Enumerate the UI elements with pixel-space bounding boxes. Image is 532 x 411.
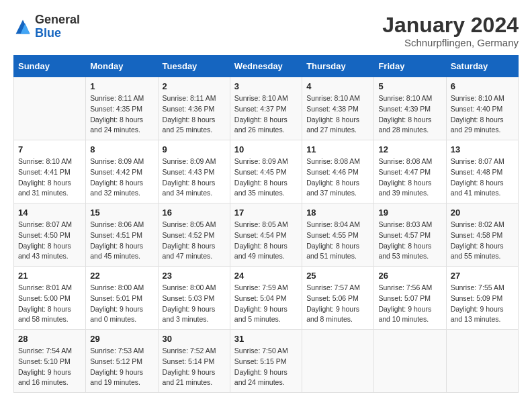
calendar-cell xyxy=(14,77,86,140)
day-number: 5 xyxy=(378,81,441,91)
day-info: Sunrise: 7:54 AMSunset: 5:10 PMDaylight:… xyxy=(18,346,81,388)
calendar-week-0: 1Sunrise: 8:11 AMSunset: 4:35 PMDaylight… xyxy=(14,77,519,140)
day-info: Sunrise: 7:53 AMSunset: 5:12 PMDaylight:… xyxy=(90,346,153,388)
day-info: Sunrise: 8:02 AMSunset: 4:58 PMDaylight:… xyxy=(451,220,514,262)
day-number: 12 xyxy=(378,144,441,154)
day-header-tuesday: Tuesday xyxy=(158,56,230,77)
day-number: 22 xyxy=(90,271,153,281)
calendar-cell: 3Sunrise: 8:10 AMSunset: 4:37 PMDaylight… xyxy=(230,77,302,140)
day-number: 4 xyxy=(306,81,369,91)
day-number: 23 xyxy=(163,271,226,281)
calendar-cell: 22Sunrise: 8:00 AMSunset: 5:01 PMDayligh… xyxy=(86,267,158,330)
day-info: Sunrise: 7:52 AMSunset: 5:14 PMDaylight:… xyxy=(163,346,226,388)
day-info: Sunrise: 8:00 AMSunset: 5:03 PMDaylight:… xyxy=(163,283,226,325)
day-number: 27 xyxy=(451,271,514,281)
month-title: January 2024 xyxy=(382,13,519,37)
calendar-cell: 26Sunrise: 7:56 AMSunset: 5:07 PMDayligh… xyxy=(374,267,446,330)
calendar-cell: 12Sunrise: 8:08 AMSunset: 4:47 PMDayligh… xyxy=(374,140,446,203)
calendar-cell: 13Sunrise: 8:07 AMSunset: 4:48 PMDayligh… xyxy=(446,140,518,203)
day-info: Sunrise: 7:50 AMSunset: 5:15 PMDaylight:… xyxy=(234,346,298,388)
day-number: 11 xyxy=(306,144,369,154)
day-number: 14 xyxy=(18,208,81,218)
day-info: Sunrise: 8:01 AMSunset: 5:00 PMDaylight:… xyxy=(18,283,81,325)
calendar-cell: 11Sunrise: 8:08 AMSunset: 4:46 PMDayligh… xyxy=(302,140,374,203)
day-number: 7 xyxy=(18,144,81,154)
day-info: Sunrise: 8:09 AMSunset: 4:42 PMDaylight:… xyxy=(90,156,153,199)
calendar-cell: 15Sunrise: 8:06 AMSunset: 4:51 PMDayligh… xyxy=(86,203,158,267)
calendar-cell: 30Sunrise: 7:52 AMSunset: 5:14 PMDayligh… xyxy=(158,330,230,393)
day-info: Sunrise: 7:55 AMSunset: 5:09 PMDaylight:… xyxy=(451,283,514,325)
calendar-week-4: 28Sunrise: 7:54 AMSunset: 5:10 PMDayligh… xyxy=(14,330,519,393)
day-number: 17 xyxy=(234,208,298,218)
calendar-cell: 23Sunrise: 8:00 AMSunset: 5:03 PMDayligh… xyxy=(158,267,230,330)
calendar-cell: 17Sunrise: 8:05 AMSunset: 4:54 PMDayligh… xyxy=(230,203,302,267)
calendar-table: SundayMondayTuesdayWednesdayThursdayFrid… xyxy=(13,55,519,393)
day-info: Sunrise: 8:10 AMSunset: 4:38 PMDaylight:… xyxy=(306,93,369,136)
day-info: Sunrise: 8:08 AMSunset: 4:47 PMDaylight:… xyxy=(378,156,441,199)
calendar-cell: 9Sunrise: 8:09 AMSunset: 4:43 PMDaylight… xyxy=(158,140,230,203)
day-info: Sunrise: 7:57 AMSunset: 5:06 PMDaylight:… xyxy=(306,283,369,325)
logo: General Blue xyxy=(13,13,80,40)
logo-blue: Blue xyxy=(35,26,61,40)
day-number: 21 xyxy=(18,271,81,281)
day-info: Sunrise: 8:10 AMSunset: 4:39 PMDaylight:… xyxy=(378,93,441,136)
calendar-header-row: SundayMondayTuesdayWednesdayThursdayFrid… xyxy=(14,56,519,77)
calendar-cell: 6Sunrise: 8:10 AMSunset: 4:40 PMDaylight… xyxy=(446,77,518,140)
day-info: Sunrise: 7:56 AMSunset: 5:07 PMDaylight:… xyxy=(378,283,441,325)
day-number: 1 xyxy=(90,81,153,91)
day-header-friday: Friday xyxy=(374,56,446,77)
day-number: 10 xyxy=(234,144,298,154)
day-number: 30 xyxy=(163,334,226,344)
calendar-cell: 28Sunrise: 7:54 AMSunset: 5:10 PMDayligh… xyxy=(14,330,86,393)
calendar-cell xyxy=(374,330,446,393)
day-number: 6 xyxy=(451,81,514,91)
day-number: 20 xyxy=(451,208,514,218)
calendar-cell: 4Sunrise: 8:10 AMSunset: 4:38 PMDaylight… xyxy=(302,77,374,140)
day-info: Sunrise: 8:06 AMSunset: 4:51 PMDaylight:… xyxy=(90,220,153,262)
day-number: 26 xyxy=(378,271,441,281)
page-header: General Blue January 2024 Schnurpflingen… xyxy=(13,13,519,48)
day-number: 28 xyxy=(18,334,81,344)
location: Schnurpflingen, Germany xyxy=(382,37,519,48)
day-info: Sunrise: 8:07 AMSunset: 4:50 PMDaylight:… xyxy=(18,220,81,262)
calendar-cell: 21Sunrise: 8:01 AMSunset: 5:00 PMDayligh… xyxy=(14,267,86,330)
calendar-cell: 1Sunrise: 8:11 AMSunset: 4:35 PMDaylight… xyxy=(86,77,158,140)
day-number: 29 xyxy=(90,334,153,344)
day-info: Sunrise: 8:00 AMSunset: 5:01 PMDaylight:… xyxy=(90,283,153,325)
day-header-monday: Monday xyxy=(86,56,158,77)
calendar-cell: 20Sunrise: 8:02 AMSunset: 4:58 PMDayligh… xyxy=(446,203,518,267)
day-info: Sunrise: 8:09 AMSunset: 4:43 PMDaylight:… xyxy=(163,156,226,199)
day-info: Sunrise: 8:09 AMSunset: 4:45 PMDaylight:… xyxy=(234,156,298,199)
calendar-cell: 18Sunrise: 8:04 AMSunset: 4:55 PMDayligh… xyxy=(302,203,374,267)
calendar-cell: 5Sunrise: 8:10 AMSunset: 4:39 PMDaylight… xyxy=(374,77,446,140)
logo-icon xyxy=(13,17,32,36)
day-number: 8 xyxy=(90,144,153,154)
calendar-cell: 8Sunrise: 8:09 AMSunset: 4:42 PMDaylight… xyxy=(86,140,158,203)
day-number: 3 xyxy=(234,81,298,91)
day-number: 15 xyxy=(90,208,153,218)
calendar-cell: 2Sunrise: 8:11 AMSunset: 4:36 PMDaylight… xyxy=(158,77,230,140)
day-number: 2 xyxy=(163,81,226,91)
calendar-cell: 27Sunrise: 7:55 AMSunset: 5:09 PMDayligh… xyxy=(446,267,518,330)
day-number: 9 xyxy=(163,144,226,154)
day-info: Sunrise: 8:05 AMSunset: 4:54 PMDaylight:… xyxy=(234,220,298,262)
calendar-cell: 10Sunrise: 8:09 AMSunset: 4:45 PMDayligh… xyxy=(230,140,302,203)
day-header-wednesday: Wednesday xyxy=(230,56,302,77)
calendar-cell xyxy=(302,330,374,393)
day-number: 16 xyxy=(163,208,226,218)
logo-text: General Blue xyxy=(35,13,80,40)
day-info: Sunrise: 8:10 AMSunset: 4:40 PMDaylight:… xyxy=(451,93,514,136)
day-header-sunday: Sunday xyxy=(14,56,86,77)
day-number: 31 xyxy=(234,334,298,344)
logo-general: General xyxy=(35,13,80,26)
day-number: 18 xyxy=(306,208,369,218)
day-number: 19 xyxy=(378,208,441,218)
calendar-week-1: 7Sunrise: 8:10 AMSunset: 4:41 PMDaylight… xyxy=(14,140,519,203)
day-header-thursday: Thursday xyxy=(302,56,374,77)
title-area: January 2024 Schnurpflingen, Germany xyxy=(382,13,519,48)
day-info: Sunrise: 8:10 AMSunset: 4:41 PMDaylight:… xyxy=(18,156,81,199)
calendar-cell: 19Sunrise: 8:03 AMSunset: 4:57 PMDayligh… xyxy=(374,203,446,267)
day-number: 24 xyxy=(234,271,298,281)
calendar-cell: 24Sunrise: 7:59 AMSunset: 5:04 PMDayligh… xyxy=(230,267,302,330)
day-number: 25 xyxy=(306,271,369,281)
